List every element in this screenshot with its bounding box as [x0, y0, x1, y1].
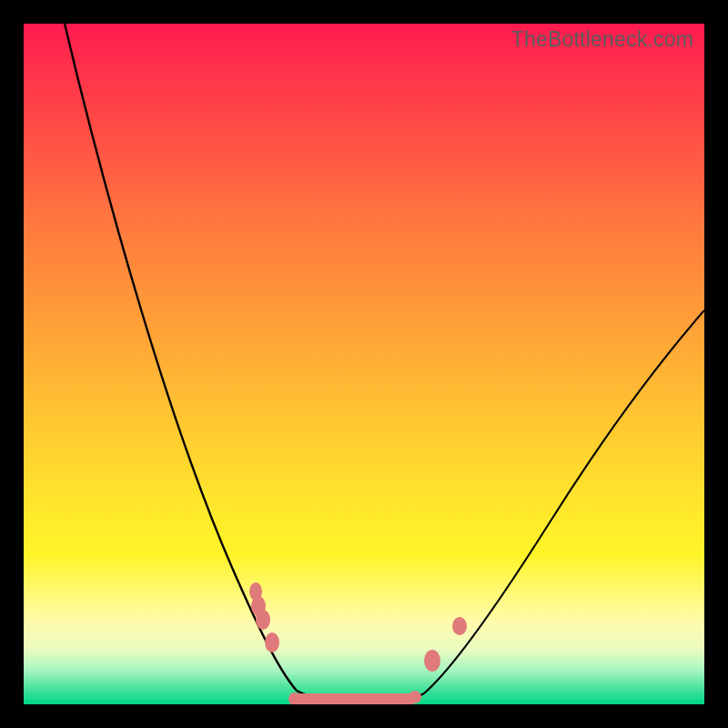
plot-area: TheBottleneck.com: [24, 24, 704, 704]
marker-left-4: [265, 632, 279, 652]
trough-end-right: [409, 691, 421, 703]
curve-right-branch: [424, 310, 704, 693]
watermark-text: TheBottleneck.com: [511, 27, 693, 52]
marker-right-1: [424, 650, 440, 672]
marker-left-3: [249, 582, 262, 601]
chart-container: TheBottleneck.com: [0, 0, 728, 728]
marker-right-2: [452, 617, 467, 635]
bottleneck-curve: [24, 24, 704, 704]
trough-band: [293, 693, 417, 704]
marker-left-2: [256, 610, 270, 630]
